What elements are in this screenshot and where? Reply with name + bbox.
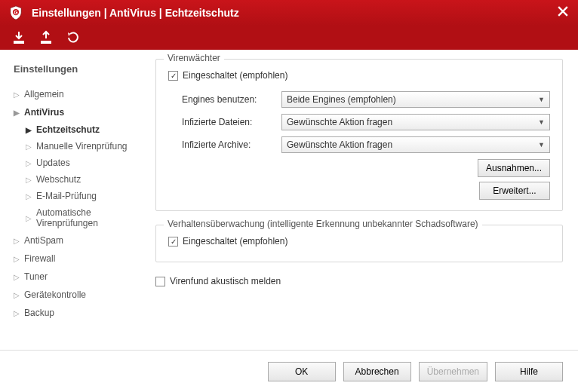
sidebar-heading: Einstellungen bbox=[14, 63, 143, 75]
acoustic-label: Virenfund akustisch melden bbox=[170, 276, 281, 286]
chevron-right-icon: ▷ bbox=[14, 90, 24, 99]
chevron-right-icon: ▷ bbox=[26, 176, 36, 184]
chevron-right-icon: ▷ bbox=[14, 309, 24, 317]
content-panel: Virenwächter ✓ Eingeschaltet (empfohlen)… bbox=[151, 50, 578, 350]
group-virenwaechter: Virenwächter ✓ Eingeschaltet (empfohlen)… bbox=[155, 59, 563, 211]
group-title: Virenwächter bbox=[164, 53, 224, 63]
sidebar-item-updates[interactable]: ▷Updates bbox=[14, 155, 143, 171]
sidebar-item-antispam[interactable]: ▷AntiSpam bbox=[14, 231, 143, 250]
ok-button[interactable]: OK bbox=[268, 362, 336, 381]
group-verhaltensueberwachung: Verhaltensüberwachung (intelligente Erke… bbox=[155, 225, 563, 262]
chevron-right-icon: ▷ bbox=[14, 291, 24, 299]
caret-down-icon: ▼ bbox=[538, 141, 545, 149]
export-button[interactable] bbox=[38, 29, 54, 46]
help-button[interactable]: Hilfe bbox=[495, 362, 563, 381]
infected-files-select[interactable]: Gewünschte Aktion fragen▼ bbox=[281, 114, 550, 130]
chevron-right-icon: ▷ bbox=[26, 214, 36, 222]
svg-text:G: G bbox=[14, 10, 18, 15]
dialog-footer: OK Abbrechen Übernehmen Hilfe bbox=[0, 350, 578, 392]
chevron-right-icon: ▷ bbox=[14, 237, 24, 245]
acoustic-checkbox[interactable] bbox=[155, 277, 165, 286]
chevron-right-icon: ▶ bbox=[26, 126, 36, 134]
cancel-button[interactable]: Abbrechen bbox=[343, 362, 411, 381]
behavior-enabled-checkbox[interactable]: ✓ bbox=[168, 237, 178, 247]
sidebar-item-auto-virenpruefungen[interactable]: ▷Automatische Virenprüfungen bbox=[14, 204, 143, 231]
titlebar: G Einstellungen | AntiVirus | Echtzeitsc… bbox=[0, 0, 578, 26]
group-title: Verhaltensüberwachung (intelligente Erke… bbox=[164, 219, 482, 229]
infected-archives-select[interactable]: Gewünschte Aktion fragen▼ bbox=[281, 136, 550, 153]
infected-files-label: Infizierte Dateien: bbox=[168, 117, 281, 127]
chevron-right-icon: ▶ bbox=[14, 109, 24, 117]
caret-down-icon: ▼ bbox=[538, 96, 545, 103]
window-title: Einstellungen | AntiVirus | Echtzeitschu… bbox=[32, 7, 555, 19]
apply-button[interactable]: Übernehmen bbox=[419, 362, 487, 381]
toolbar bbox=[0, 26, 578, 50]
sidebar-item-email-pruefung[interactable]: ▷E-Mail-Prüfung bbox=[14, 188, 143, 204]
chevron-right-icon: ▷ bbox=[14, 255, 24, 263]
sidebar-item-webschutz[interactable]: ▷Webschutz bbox=[14, 171, 143, 188]
close-button[interactable] bbox=[555, 6, 570, 20]
chevron-right-icon: ▷ bbox=[26, 142, 36, 151]
advanced-button[interactable]: Erweitert... bbox=[479, 182, 550, 200]
sidebar-item-antivirus[interactable]: ▶AntiVirus bbox=[14, 103, 143, 121]
sidebar-item-firewall[interactable]: ▷Firewall bbox=[14, 250, 143, 268]
behavior-enabled-label: Eingeschaltet (empfohlen) bbox=[183, 236, 287, 247]
sidebar-item-backup[interactable]: ▷Backup bbox=[14, 304, 143, 322]
app-shield-icon: G bbox=[8, 5, 24, 21]
sidebar-item-echtzeitschutz[interactable]: ▶Echtzeitschutz bbox=[14, 121, 143, 138]
reset-button[interactable] bbox=[65, 29, 81, 46]
guard-enabled-label: Eingeschaltet (empfohlen) bbox=[183, 70, 287, 81]
engines-select[interactable]: Beide Engines (empfohlen)▼ bbox=[281, 91, 550, 108]
sidebar: Einstellungen ▷Allgemein ▶AntiVirus ▶Ech… bbox=[0, 50, 151, 350]
engines-label: Engines benutzen: bbox=[168, 94, 281, 105]
chevron-right-icon: ▷ bbox=[26, 192, 36, 201]
chevron-right-icon: ▷ bbox=[26, 159, 36, 167]
infected-archives-label: Infizierte Archive: bbox=[168, 139, 281, 150]
svg-rect-3 bbox=[41, 41, 51, 44]
sidebar-item-manuelle-virenpruefung[interactable]: ▷Manuelle Virenprüfung bbox=[14, 138, 143, 155]
sidebar-item-geraetekontrolle[interactable]: ▷Gerätekontrolle bbox=[14, 286, 143, 304]
chevron-right-icon: ▷ bbox=[14, 273, 24, 281]
caret-down-icon: ▼ bbox=[538, 118, 545, 126]
guard-enabled-checkbox[interactable]: ✓ bbox=[168, 71, 178, 81]
exceptions-button[interactable]: Ausnahmen... bbox=[478, 159, 550, 177]
svg-rect-2 bbox=[14, 41, 24, 44]
sidebar-item-allgemein[interactable]: ▷Allgemein bbox=[14, 85, 143, 103]
import-button[interactable] bbox=[11, 29, 27, 46]
sidebar-item-tuner[interactable]: ▷Tuner bbox=[14, 268, 143, 286]
